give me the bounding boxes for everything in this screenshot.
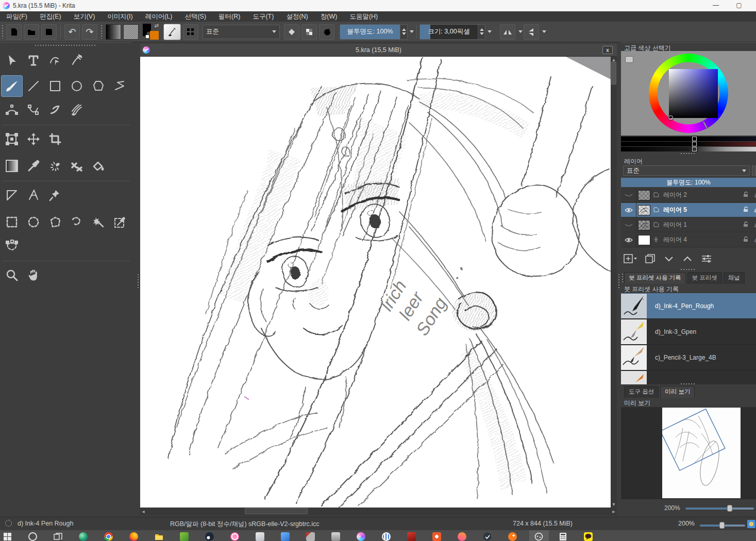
menu-edit[interactable]: 편집(E) [33, 12, 68, 21]
canvas-horizontal-scrollbar[interactable]: ◄ ► [140, 508, 617, 515]
color-history-strip-1[interactable] [621, 137, 756, 141]
taskbar-krita-icon[interactable] [357, 532, 365, 541]
tab-brush-history[interactable]: 붓 프리셋 사용 기록 [624, 272, 686, 284]
menu-settings[interactable]: 설정(N) [280, 12, 314, 21]
status-zoom-thumb[interactable] [719, 522, 725, 529]
canvas-vertical-scrollbar[interactable]: ▲ ▼ [611, 57, 617, 508]
mirror-vertical-button[interactable] [524, 24, 539, 40]
tab-tool-options[interactable]: 도구 옵션 [624, 386, 659, 398]
tool-dynamic-brush[interactable] [1, 99, 23, 121]
layer-row[interactable]: 레이어 1 a [621, 218, 756, 232]
subwindow-titlebar[interactable]: 5.kra (15,5 MiB) x [140, 44, 617, 57]
tool-polygon[interactable] [88, 75, 109, 97]
tool-reference-images[interactable] [44, 184, 66, 206]
layer-thumbnail[interactable] [638, 235, 650, 245]
layer-row[interactable]: 레이어 4 a [621, 233, 756, 247]
tool-multibrush[interactable] [66, 99, 88, 121]
taskbar-whale-icon[interactable] [79, 532, 88, 541]
reload-preset-button[interactable] [319, 24, 334, 40]
preview-zoom-slider[interactable] [685, 508, 729, 510]
tool-colorize-mask[interactable] [66, 155, 88, 177]
tool-text[interactable] [23, 49, 44, 71]
brush-editor-button[interactable] [163, 24, 181, 40]
taskbar-notepad-icon[interactable] [256, 532, 264, 541]
tool-select-shapes[interactable] [1, 49, 23, 71]
color-selector-settings-icon[interactable] [625, 56, 633, 63]
toolbar-drag-handle2[interactable] [100, 25, 103, 39]
taskbar-steam-icon[interactable] [205, 532, 214, 541]
taskbar-bandizip-icon[interactable] [180, 532, 189, 541]
tool-ellipse-select[interactable] [23, 211, 44, 233]
layer-thumbnail[interactable] [638, 190, 650, 200]
layer-filter-button[interactable] [752, 165, 756, 176]
move-layer-down-button[interactable] [663, 253, 675, 266]
maximize-button[interactable]: ▢ [732, 2, 746, 10]
tool-select-from-color[interactable] [109, 211, 131, 233]
taskbar-red-app-icon[interactable] [407, 532, 416, 541]
menu-tools[interactable]: 도구(T) [246, 12, 280, 21]
preview-zoom-thumb[interactable] [727, 505, 732, 512]
tab-brush-presets[interactable]: 붓 프리셋 [687, 272, 722, 284]
mirror-vertical-caret[interactable] [540, 30, 546, 33]
tool-crop[interactable] [44, 128, 66, 150]
tool-gradient[interactable] [1, 155, 23, 177]
opacity-spin-buttons[interactable] [400, 25, 407, 39]
tool-polyline[interactable] [109, 75, 131, 97]
taskbar-osu-icon[interactable] [230, 532, 239, 541]
scroll-down-icon[interactable]: ▼ [611, 502, 617, 507]
workspace-chooser-button[interactable] [183, 24, 198, 40]
tool-color-picker[interactable] [23, 155, 44, 177]
menu-file[interactable]: 파일(F) [0, 12, 33, 21]
add-layer-button[interactable] [623, 253, 637, 266]
redo-button[interactable]: ↷ [82, 24, 97, 40]
vertical-scroll-thumb[interactable] [611, 62, 616, 84]
undo-button[interactable]: ↶ [64, 24, 80, 40]
lock-icon[interactable] [743, 191, 749, 199]
overview-preview[interactable] [621, 407, 756, 499]
eraser-mode-button[interactable] [284, 24, 299, 40]
taskbar-windows-start-icon[interactable] [3, 532, 12, 541]
size-spin-buttons[interactable] [478, 25, 485, 39]
brush-size-slider[interactable]: 크기: 3,00픽셀 [419, 24, 485, 40]
saturation-value-square[interactable] [669, 69, 718, 118]
layer-thumbnail[interactable] [638, 220, 650, 230]
tool-freehand-select[interactable] [66, 211, 88, 233]
taskbar-printer-icon[interactable] [331, 532, 340, 541]
lock-icon[interactable] [743, 236, 749, 244]
preserve-alpha-button[interactable] [301, 24, 317, 40]
preset-docker-handle[interactable] [621, 274, 624, 284]
tool-bezier-select[interactable] [1, 235, 23, 257]
open-document-button[interactable] [24, 24, 39, 40]
menu-layer[interactable]: 레이어(L) [139, 12, 179, 21]
background-color[interactable] [150, 31, 159, 40]
tool-fill[interactable] [88, 155, 109, 177]
move-layer-up-button[interactable] [682, 253, 693, 266]
horizontal-scroll-thumb[interactable] [245, 508, 308, 514]
layers-docker-handle[interactable] [681, 268, 696, 270]
duplicate-layer-button[interactable] [645, 253, 656, 266]
tool-polygon-select[interactable] [44, 211, 66, 233]
toolbox-drag-handle[interactable] [35, 44, 97, 46]
tool-move[interactable] [23, 128, 44, 150]
visibility-off-icon[interactable] [621, 188, 636, 202]
tool-freehand-brush[interactable] [1, 75, 23, 97]
taskbar-kakaotalk-icon[interactable] [584, 532, 593, 541]
scroll-left-icon[interactable]: ◄ [140, 509, 146, 514]
visibility-on-icon[interactable] [621, 203, 636, 217]
lock-icon[interactable] [743, 206, 749, 214]
menu-view[interactable]: 보기(V) [68, 12, 102, 21]
layer-properties-button[interactable] [700, 253, 713, 266]
tool-zoom[interactable] [1, 264, 23, 286]
close-icon[interactable]: x [602, 46, 613, 54]
blend-mode-dropdown[interactable]: 표준 [203, 25, 280, 39]
preset-item-partial[interactable] [621, 370, 756, 384]
tool-calligraphy[interactable] [66, 49, 88, 71]
taskbar-krita-active-icon[interactable] [534, 532, 543, 541]
size-options-caret[interactable] [485, 30, 492, 33]
tool-similar-color-select[interactable] [88, 211, 109, 233]
menu-window[interactable]: 창(W) [314, 12, 344, 21]
right-dock-splitter[interactable] [618, 274, 620, 289]
taskbar-firefox-icon[interactable] [129, 532, 138, 541]
taskbar-search-icon[interactable] [28, 532, 37, 541]
pattern-swatch[interactable] [123, 24, 139, 40]
